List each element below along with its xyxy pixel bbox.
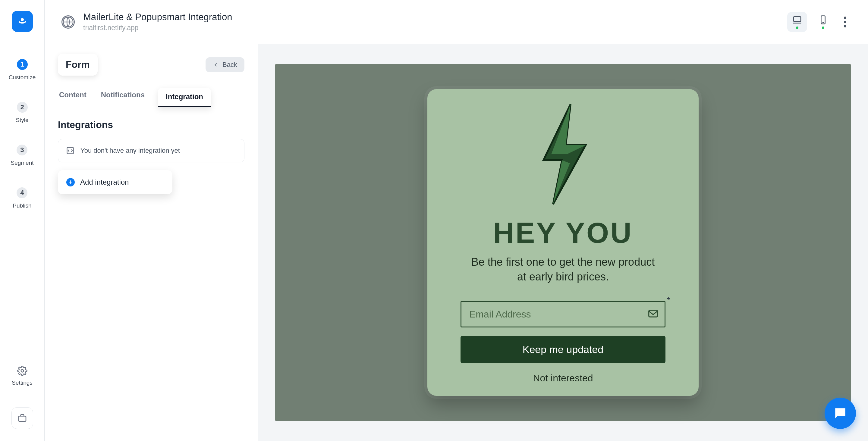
step-label: Segment xyxy=(10,160,33,166)
arrow-left-icon xyxy=(213,62,219,68)
dismiss-link[interactable]: Not interested xyxy=(533,373,593,384)
device-desktop-button[interactable] xyxy=(787,12,807,32)
required-asterisk: * xyxy=(667,295,670,305)
step-number: 3 xyxy=(17,145,27,155)
chat-launcher[interactable] xyxy=(825,398,856,429)
status-dot xyxy=(796,27,798,29)
email-input[interactable] xyxy=(461,301,665,327)
popup-preview: HEY YOU Be the first one to get the new … xyxy=(427,89,699,396)
dot-icon xyxy=(844,25,846,27)
more-menu-button[interactable] xyxy=(839,16,851,28)
tab-integration[interactable]: Integration xyxy=(158,88,211,107)
page-subtitle: trialfirst.netlify.app xyxy=(83,24,232,32)
dot-icon xyxy=(844,21,846,23)
step-number: 2 xyxy=(17,102,28,113)
step-style[interactable]: 2 Style xyxy=(16,102,28,124)
gear-icon xyxy=(17,366,27,376)
settings-button[interactable]: Settings xyxy=(12,366,33,386)
step-label: Style xyxy=(16,117,28,124)
plus-icon: + xyxy=(66,178,75,186)
globe-icon xyxy=(62,15,74,29)
add-integration-label: Add integration xyxy=(80,178,129,186)
popup-subtext: Be the first one to get the new product … xyxy=(467,255,659,284)
desktop-icon xyxy=(792,15,802,25)
device-mobile-button[interactable] xyxy=(813,12,833,32)
step-customize[interactable]: 1 Customize xyxy=(9,59,36,81)
svg-marker-11 xyxy=(553,160,570,204)
dot-icon xyxy=(844,17,846,19)
code-icon xyxy=(66,147,74,155)
svg-point-0 xyxy=(16,15,28,27)
panel-tabs: Content Notifications Integration xyxy=(58,88,244,107)
page-title: MailerLite & Popupsmart Integration xyxy=(83,12,232,23)
svg-point-1 xyxy=(21,18,24,21)
svg-point-2 xyxy=(21,370,24,372)
add-integration-button[interactable]: + Add integration xyxy=(58,170,173,194)
mobile-icon xyxy=(818,15,828,25)
briefcase-icon xyxy=(18,413,27,423)
step-label: Customize xyxy=(9,74,36,81)
back-button[interactable]: Back xyxy=(206,57,244,72)
status-dot xyxy=(822,27,824,29)
submit-button[interactable]: Keep me updated xyxy=(461,336,665,363)
logo-icon xyxy=(16,15,29,28)
tab-notifications[interactable]: Notifications xyxy=(100,88,146,107)
section-title: Integrations xyxy=(58,119,244,130)
step-number: 1 xyxy=(17,59,28,70)
empty-integrations-box: You don't have any integration yet xyxy=(58,139,244,162)
bolt-icon xyxy=(533,103,593,206)
chat-icon xyxy=(833,406,848,421)
settings-label: Settings xyxy=(12,380,33,386)
svg-rect-12 xyxy=(649,310,658,317)
preview-stage: HEY YOU Be the first one to get the new … xyxy=(275,64,851,421)
step-label: Publish xyxy=(13,202,31,209)
svg-point-7 xyxy=(823,22,824,23)
empty-message: You don't have any integration yet xyxy=(81,147,180,155)
svg-rect-3 xyxy=(19,416,26,421)
step-publish[interactable]: 4 Publish xyxy=(13,187,31,209)
mail-icon xyxy=(647,308,659,320)
preview-canvas: HEY YOU Be the first one to get the new … xyxy=(258,44,868,441)
tab-content[interactable]: Content xyxy=(58,88,88,107)
step-segment[interactable]: 3 Segment xyxy=(10,145,33,166)
title-block: MailerLite & Popupsmart Integration tria… xyxy=(83,12,232,32)
step-number: 4 xyxy=(17,187,27,198)
popup-heading: HEY YOU xyxy=(493,216,633,249)
workspace-button[interactable] xyxy=(11,407,33,429)
site-icon[interactable] xyxy=(61,15,75,29)
svg-rect-5 xyxy=(794,17,801,21)
panel-chip: Form xyxy=(58,54,98,75)
app-logo[interactable] xyxy=(12,11,33,32)
back-label: Back xyxy=(222,61,237,69)
